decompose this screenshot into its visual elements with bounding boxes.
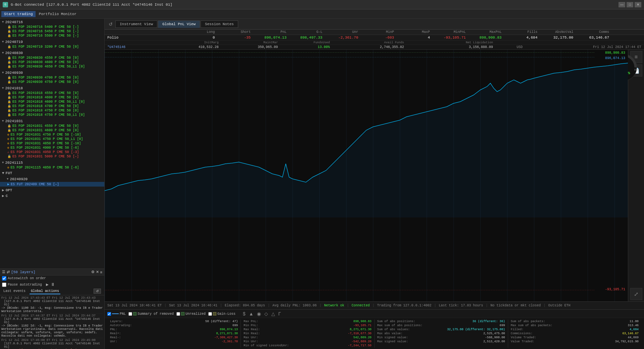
tree-date-20241018[interactable]: ▼20241018 [0, 86, 104, 91]
layers-config-button[interactable]: ⚙ [91, 270, 95, 274]
list-item[interactable]: 🔒ES FOP 20241018 4600 P CME 50_L1 [0] [0, 100, 104, 104]
list-item[interactable]: 🔒ES FOP 20241018 4700 P CME 50 [0] [0, 104, 104, 108]
tree-date-20240719[interactable]: ▼20240719 [0, 39, 104, 45]
list-item[interactable]: 🔒ES FOP 20241018 4750 P CME 50_L1 [0] [0, 113, 104, 117]
tab-instrument-view[interactable]: Instrument View [115, 20, 157, 28]
col-h-minpnl: MinPnL [430, 30, 466, 34]
list-item[interactable]: ⚙ES FOP 20241115 4850 P CME 50 [-6] [0, 165, 104, 170]
list-item[interactable]: ⚙ES FOP 20241031 4750 P CME 50_L1 [0] [0, 137, 104, 141]
list-item[interactable]: 🔒ES FOP 20240930 4700 P CME 50 [0] [0, 76, 104, 80]
chart-gamma-button[interactable]: Γ [278, 311, 282, 316]
tree-date-20240930[interactable]: ▼20240930 [0, 70, 104, 76]
list-item[interactable]: ⚙ES FOP 20241031 4900 P CME 50 [-6] [0, 146, 104, 150]
sidebar-expand-button[interactable]: ⤢ [630, 288, 642, 300]
tree-date-20240716[interactable]: ▼20240716 [0, 19, 104, 25]
list-item[interactable]: 🔒ES FOP 20240716 5500 P CME 50 [-] [0, 34, 104, 38]
refresh-log-button[interactable]: ↺ [94, 289, 101, 294]
stat-line: Min Unr:-542,809.20 [244, 340, 371, 344]
chart-triangle-button[interactable]: ▲ [248, 311, 254, 316]
column-headers: Long Short PnL G-L Unr MinP MaxP MinPnL … [105, 30, 644, 35]
pnl-checkbox[interactable] [107, 312, 111, 316]
list-item[interactable]: 🔒ES FOP 20241031 4600 P CME 50 [0] [0, 128, 104, 133]
list-item[interactable]: 🔒ES FOP 20240719 3200 P CME 50 [0] [0, 45, 104, 49]
tab-global-actions[interactable]: Global actions [30, 289, 60, 294]
list-item[interactable]: 🔒ES FOP 20241031 4550 P CME 50 [0] [0, 124, 104, 128]
status-trading-from: Trading from 127.0.0.1:4002 [377, 304, 431, 307]
layers-icon-button[interactable]: ☰ [2, 270, 5, 274]
list-item-selected[interactable]: ▶ES FUT 202409 CME 50 [–] [0, 182, 104, 187]
start-trading-button[interactable]: Start trading [1, 11, 36, 17]
tree-date-fut-20240920[interactable]: ▼20240920 [0, 177, 104, 182]
autoswitch-label: Autoswitch on order [8, 277, 46, 280]
instrument-tree[interactable]: ▼20240716 🔒ES FOP 20240716 5400 P CME 50… [0, 19, 104, 268]
stat-line: Max PnL:898,900.83 [244, 319, 371, 323]
tab-global-pnl[interactable]: Global PnL View [158, 20, 200, 28]
tab-last-events[interactable]: Last events [2, 289, 27, 294]
layers-delete-button[interactable]: ✕ [96, 270, 99, 274]
pause-row: Pause autotrading ▶ ⏸ [0, 281, 104, 288]
summary-checkbox[interactable] [128, 312, 132, 316]
folio-absnotval: 32,175.00 [537, 36, 573, 40]
tree-date-20241115[interactable]: ▼20241115 [0, 160, 104, 165]
gainloss-checkbox-container: Gain-Loss [208, 312, 235, 316]
chart-pie-button[interactable]: ◉ [256, 311, 262, 316]
chart-dollar-button[interactable]: $ [242, 311, 246, 316]
tree-date-20240830[interactable]: ▼20240830 [0, 50, 104, 56]
chart-line-top-green [105, 52, 594, 53]
list-item[interactable]: 🔒ES FOP 20240830 4600 P CME 50 [0] [0, 60, 104, 64]
list-item[interactable]: 🔒ES FOP 20241018 4600 P CME 50 [0] [0, 95, 104, 100]
col-h-minp: MinP [358, 30, 394, 34]
close-button[interactable]: ✕ [635, 2, 641, 7]
stat-line: Layers:50 (different: 47) [110, 319, 238, 323]
app-icon: G [3, 2, 8, 7]
col-h-unr: Unr [322, 30, 358, 34]
tree-date-20241031[interactable]: ▼20241031 [0, 118, 104, 124]
chart-line-bottom-red [105, 290, 594, 290]
list-item[interactable]: 🔒ES FOP 20241031 5000 P CME 50 [–] [0, 154, 104, 159]
list-item[interactable]: 🔒ES FOP 20241018 4550 P CME 50 [0] [0, 91, 104, 95]
list-item[interactable]: 🔒ES FOP 20240930 4750 P CME 50 [0] [0, 80, 104, 84]
stat-line: Real+:8,271,071.30 [110, 332, 238, 336]
pause-checkbox[interactable] [2, 283, 6, 287]
portfolio-monitor-button[interactable]: Portfolio Monitor [36, 11, 79, 17]
folio-gl: 898,497.33 [286, 36, 322, 40]
layers-list-button[interactable]: ≡ [100, 270, 102, 274]
list-item[interactable]: ⚙ES FOP 20241031 4750 P CME 50 [-10] [0, 133, 104, 137]
minimize-button[interactable]: — [619, 2, 625, 7]
list-item[interactable]: 🔒ES FOP 20241018 4750 P CME 50 [0] [0, 108, 104, 113]
folio-long: 0 [179, 36, 215, 40]
unrealized-checkbox-container: Unrealized [176, 312, 206, 316]
chart-diamond-button[interactable]: ◇ [264, 311, 269, 316]
folio-short: -35 [215, 36, 251, 40]
folio-comms: 63,146.67 [573, 36, 609, 40]
unrealized-checkbox[interactable] [176, 312, 180, 316]
list-item[interactable]: 🔒ES FOP 20240716 5450 P CME 50 [-] [0, 29, 104, 34]
gainloss-checkbox[interactable] [208, 312, 212, 316]
stat-line: Commissions:63,146.67 [511, 332, 639, 336]
title-bar-controls[interactable]: — □ ✕ [619, 2, 641, 7]
stat-line: Max sum of abs packets:313.46 [511, 323, 639, 328]
stat-line: Min PnL:-93,105.71 [244, 323, 371, 328]
list-item[interactable]: ⚙ES FOP 20241031 4850 P CME 50 [-10] [0, 141, 104, 146]
folio-minp: -603 [358, 36, 394, 40]
refresh-button[interactable]: ↺ [107, 21, 115, 28]
chart-section: 898,900.83 896,074.13 -93,105.71 [105, 50, 644, 349]
layers-switch-button[interactable]: ⇄ [7, 270, 10, 274]
status-last-tick: Last tick: 17.03 hours [439, 304, 483, 307]
list-item[interactable]: ⚠ES FOP 20241031 4950 P CME 50 [-3] [0, 150, 104, 154]
status-no-tickdata: No tickdata or mkt closed [490, 304, 541, 307]
tab-session-notes[interactable]: Session Notes [201, 20, 238, 28]
unrealized-label: Unrealized [185, 312, 206, 316]
list-item[interactable]: 🔒ES FOP 20240830 4650 P CME 50_L1 [0] [0, 64, 104, 69]
list-item[interactable]: 🔒ES FOP 20240716 5400 P CME 50 [-] [0, 25, 104, 29]
tree-section-c: ▶C [0, 193, 104, 199]
autoswitch-checkbox[interactable] [2, 276, 6, 281]
list-item[interactable]: 🔒ES FOP 20240830 4550 P CME 50 [0] [0, 56, 104, 60]
chart-area[interactable]: 898,900.83 896,074.13 -93,105.71 [105, 50, 628, 301]
left-bottom-panel: ☰ ⇄ [50 layers] ⚙ ✕ ≡ Autoswitch on orde… [0, 268, 104, 349]
tree-group-20240719: ▼20240719 🔒ES FOP 20240719 3200 P CME 50… [0, 39, 104, 50]
chart-delta-button[interactable]: △ [271, 311, 276, 316]
margin-netliq: 3,156,888.09 [404, 45, 493, 49]
stat-line: Sum of abs values:32,175.00 (different: … [377, 328, 505, 332]
maximize-button[interactable]: □ [627, 2, 633, 7]
